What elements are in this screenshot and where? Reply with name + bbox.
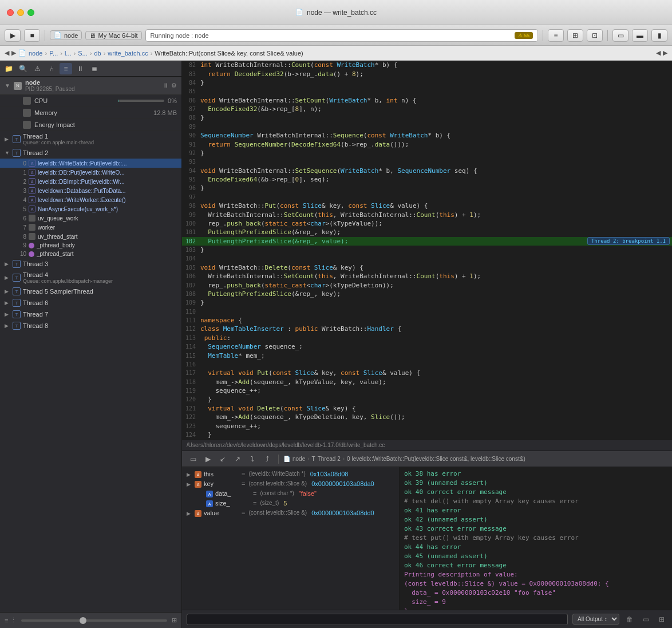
debug-step-in[interactable]: ↙ [216,453,229,465]
folder-icon-btn[interactable]: 📁 [2,63,15,74]
stack-frame-0[interactable]: 0 A leveldb::WriteBatch::Put(leveldb::..… [0,159,181,168]
output-selector[interactable]: All Output ↕ [572,614,619,625]
debug-input-wrap [187,614,568,625]
bc-s[interactable]: S... [78,50,88,57]
menu-icon[interactable]: ⋮ [10,617,17,624]
stack-frame-1[interactable]: 1 A leveldb::DB::Put(leveldb::WriteO... [0,168,181,177]
thread-7-item[interactable]: ▶ T Thread 7 [0,309,181,320]
breakpoints-btn[interactable]: ⏸ [74,63,86,74]
bc-l[interactable]: l... [65,50,72,57]
thread-6-item[interactable]: ▶ T Thread 6 [0,297,181,309]
stack-frame-10[interactable]: 10 _pthread_start [0,250,181,258]
stack-frame-3[interactable]: 3 A leveldown::Database::PutToData... [0,186,181,195]
memory-metric[interactable]: Memory 12.8 MB [0,107,181,119]
debug-step-forward[interactable]: ⤵ [246,453,259,465]
breadcrumb-nav-next[interactable]: ▶ [11,49,16,57]
thread-5-icon: T [13,287,21,295]
var-size-row[interactable]: A size_ = (size_t) 5 [182,499,399,508]
status-text: Running node : node [151,32,209,39]
thread-4-item[interactable]: ▶ T Thread 4 Queue: com.apple.libdispatc… [0,270,181,286]
settings-icon[interactable]: ⚙ [171,82,177,89]
code-line-83: 83 return DecodeFixed32(b->rep_.data() +… [182,69,672,78]
code-line-108: 108 PutLengthPrefixedSlice(&rep_, key); [182,290,672,298]
debug-step-over[interactable]: ▶ [201,453,214,465]
debug-output-panel[interactable]: ok 38 has error ok 39 (unnamed assert) o… [400,467,672,610]
code-line-116: 116 [182,360,672,369]
frame-1-icon: A [29,169,35,176]
out-line-9: ok 44 has error [404,543,667,552]
maximize-button[interactable] [27,9,34,16]
stack-frame-6[interactable]: 6 uv_queue_work [0,214,181,223]
debug-input[interactable] [191,615,564,623]
debug-panel-icon[interactable]: ▭ [187,453,199,465]
var-data-row[interactable]: A data_ = (const char *) "false" [182,489,399,499]
frame-5-num: 5 [18,206,26,212]
split-view-btn-2[interactable]: ⊞ [656,614,667,625]
process-icon: N [14,82,22,90]
list-icon[interactable]: ≡ [5,617,8,624]
stack-frame-5[interactable]: 5 A NanAsyncExecute(uv_work_s*) [0,204,181,214]
split-view-btn-1[interactable]: ▭ [640,614,651,625]
debug-step-back[interactable]: ⤴ [261,453,274,465]
view-btn-3[interactable]: ⊡ [587,29,603,42]
bc-node[interactable]: node [29,50,42,57]
stop-button[interactable]: ■ [24,29,40,42]
code-editor[interactable]: 82 int WriteBatchInternal::Count(const W… [182,61,672,439]
stack-frame-8[interactable]: 8 uv_thread_start [0,232,181,241]
var-key-row[interactable]: ▶ A key = (const leveldb::Slice &) 0x000… [182,479,399,489]
close-button[interactable] [7,9,14,16]
code-line-99: 99 WriteBatchInternal::SetCount(this, Wr… [182,210,672,219]
search-btn[interactable]: 🔍 [17,63,29,74]
stack-frame-9[interactable]: 9 _pthread_body [0,241,181,250]
var-this-row[interactable]: ▶ A this = (leveldb::WriteBatch *) 0x103… [182,469,399,479]
report-btn[interactable]: ≣ [88,63,101,74]
debug-step-out[interactable]: ↗ [231,453,244,465]
breadcrumb-nav-prev[interactable]: ◀ [5,49,9,57]
bc-file[interactable]: write_batch.cc [108,50,148,57]
frame-9-num: 9 [18,242,26,248]
panel-btn-1[interactable]: ▭ [612,29,628,42]
branch-btn[interactable]: ⑃ [45,63,58,74]
panel-btn-3[interactable]: ▮ [651,29,667,42]
out-line-5: ok 41 has error [404,506,667,515]
thread-1-item[interactable]: ▶ T Thread 1 Queue: com.apple.main-threa… [0,131,181,147]
thread-4-sub: Queue: com.apple.libdispatch-manager [23,278,113,284]
debug-btn[interactable]: ≡ [60,63,72,74]
minimize-button[interactable] [17,9,24,16]
process-triangle[interactable]: ▼ [5,82,10,89]
code-line-121: 121 virtual void Delete(const Slice& key… [182,404,672,413]
view-btn-2[interactable]: ⊞ [567,29,583,42]
clear-output-btn[interactable]: 🗑 [624,614,635,625]
thread-5-item[interactable]: ▶ T Thread 5 SamplerThread [0,286,181,297]
stack-frame-2[interactable]: 2 A leveldb::DBImpl::Put(leveldb::Wr... [0,177,181,186]
energy-metric[interactable]: Energy Impact [0,119,181,131]
target-selector[interactable]: 🖥 My Mac 64-bit [85,31,141,40]
thread-8-item[interactable]: ▶ T Thread 8 [0,320,181,331]
bc-db[interactable]: db [94,50,101,57]
cpu-metric[interactable]: CPU 0% [0,95,181,107]
bc-warn-prev[interactable]: ◀ [656,49,661,57]
panel-btn-2[interactable]: ▬ [632,29,648,42]
zoom-slider[interactable] [21,619,167,622]
thread-2-item[interactable]: ▼ T Thread 2 [0,147,181,159]
var-value-row[interactable]: ▶ A value = (const leveldb::Slice &) 0x0… [182,508,399,518]
grid-icon[interactable]: ⊞ [172,617,177,624]
run-button[interactable]: ▶ [5,29,21,42]
stack-frame-4[interactable]: 4 A leveldown::WriteWorker::Execute() [0,195,181,204]
thread-4-toggle: ▶ [5,275,10,281]
code-line-118: 118 mem_->Add(sequence_, kTypeValue, key… [182,378,672,386]
stack-frame-7[interactable]: 7 worker [0,223,181,232]
bc-warn-next[interactable]: ▶ [663,49,667,57]
frame-8-icon [29,233,35,240]
bc-p[interactable]: P... [49,50,58,57]
code-line-109: 109 } [182,298,672,307]
scheme-selector[interactable]: 📄 node [50,30,82,40]
view-btn-1[interactable]: ≡ [548,29,564,42]
thread-3-item[interactable]: ▶ T Thread 3 [0,258,181,270]
warning-btn[interactable]: ⚠ [31,63,44,74]
code-line-117: 117 virtual void Put(const Slice& key, c… [182,369,672,377]
bc-function: WriteBatch::Put(const Slice& key, const … [155,50,303,57]
thread-7-label: Thread 7 [23,311,48,318]
code-line-82: 82 int WriteBatchInternal::Count(const W… [182,61,672,69]
pause-icon[interactable]: ⏸ [163,82,169,89]
